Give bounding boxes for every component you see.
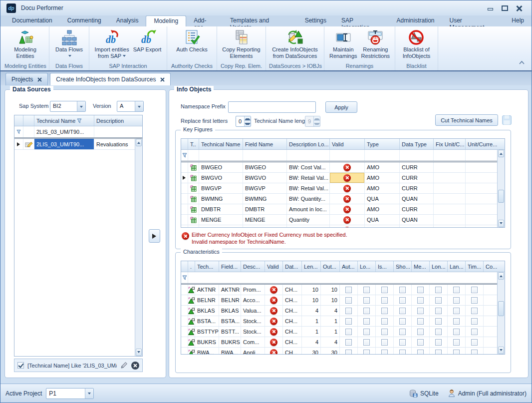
checkbox[interactable] bbox=[453, 308, 460, 314]
checkbox[interactable] bbox=[399, 339, 406, 346]
characteristic-row[interactable]: AKTNR AKTNR Prom... CH... 10 10 bbox=[181, 285, 505, 295]
checkbox[interactable] bbox=[435, 308, 442, 314]
close-button[interactable] bbox=[516, 5, 523, 11]
ribbon-tab-settings[interactable]: Settings bbox=[297, 15, 334, 26]
vertical-scrollbar[interactable] bbox=[135, 139, 142, 356]
key-figure-row[interactable]: MENGE MENGE Quantity QUA QUAN bbox=[181, 215, 505, 225]
key-figure-row[interactable]: BWGEO BWGEO BW: Cost Val... AMO CURR bbox=[181, 162, 505, 173]
column-header[interactable]: Dat... bbox=[283, 261, 302, 272]
filter-row[interactable] bbox=[181, 150, 505, 162]
column-header[interactable]: Tim... bbox=[466, 261, 484, 272]
checkbox[interactable] bbox=[453, 339, 460, 346]
chevron-down-icon[interactable] bbox=[85, 389, 93, 399]
blacklist-of-infoobjects-button[interactable]: Blacklist of InfoObjects bbox=[401, 28, 432, 62]
checkbox[interactable] bbox=[471, 287, 478, 293]
checkbox[interactable] bbox=[363, 339, 370, 346]
edit-filter-pencil-icon[interactable] bbox=[120, 362, 128, 369]
checkbox[interactable] bbox=[435, 339, 442, 346]
column-header[interactable]: Valid bbox=[330, 139, 365, 149]
characteristic-row[interactable]: BELNR BELNR Acco... CH... 10 10 bbox=[181, 295, 505, 306]
tab-close-icon[interactable] bbox=[37, 77, 42, 82]
ribbon-tab-analysis[interactable]: Analysis bbox=[109, 15, 146, 26]
filter-description[interactable] bbox=[94, 126, 136, 137]
checkbox[interactable] bbox=[381, 308, 388, 314]
checkbox[interactable] bbox=[399, 329, 406, 335]
checkbox[interactable] bbox=[363, 287, 370, 293]
modeling-entities-button[interactable]: Modeling Entities bbox=[12, 28, 38, 62]
vertical-scrollbar[interactable] bbox=[497, 272, 505, 354]
checkbox[interactable] bbox=[417, 329, 424, 335]
key-figure-row[interactable]: BWMNG BWMNG BW: Quantity... QUA QUAN bbox=[181, 194, 505, 204]
spin-down-icon[interactable] bbox=[245, 121, 251, 126]
column-header[interactable]: Co... bbox=[484, 261, 498, 272]
checkbox[interactable] bbox=[345, 318, 352, 325]
checkbox[interactable] bbox=[471, 308, 478, 314]
scroll-thumb[interactable] bbox=[498, 301, 504, 316]
clear-filter-icon[interactable] bbox=[131, 362, 139, 370]
checkbox[interactable] bbox=[345, 297, 352, 304]
key-figure-row-selected[interactable]: BWGVO BWGVO BW: Retail Val... AMO CURR bbox=[181, 173, 505, 183]
chevron-down-icon[interactable] bbox=[77, 101, 85, 111]
checkbox[interactable] bbox=[453, 329, 460, 335]
checkbox[interactable] bbox=[417, 318, 424, 325]
column-header[interactable]: Technical Name bbox=[199, 139, 243, 149]
checkbox[interactable] bbox=[399, 350, 406, 355]
chevron-down-icon[interactable] bbox=[135, 101, 143, 111]
scroll-down-button[interactable] bbox=[136, 349, 142, 356]
column-header-technical-name[interactable]: Technical Name bbox=[34, 115, 94, 126]
checkbox[interactable] bbox=[417, 308, 424, 314]
maximize-button[interactable] bbox=[502, 5, 508, 11]
checkbox[interactable] bbox=[435, 297, 442, 304]
checkbox[interactable] bbox=[471, 297, 478, 304]
filter-row[interactable]: 2LIS_03_UM/T90... bbox=[14, 126, 142, 139]
ribbon-tab-user-management[interactable]: User Management bbox=[442, 15, 505, 26]
key-figure-row[interactable]: DMBTR DMBTR Amount in loc... AMO CURR bbox=[181, 204, 505, 215]
column-header[interactable]: Description Lo... bbox=[287, 139, 330, 149]
move-right-button[interactable] bbox=[149, 229, 160, 243]
column-header-description[interactable]: Description bbox=[94, 115, 136, 126]
checkbox[interactable] bbox=[435, 287, 442, 293]
namespace-prefix-input[interactable] bbox=[228, 101, 316, 113]
checkbox[interactable] bbox=[345, 329, 352, 335]
column-header[interactable]: Fix Unit/C... bbox=[434, 139, 466, 149]
column-header[interactable]: Tech... bbox=[195, 261, 219, 272]
key-figure-row[interactable]: BWGVP BWGVP BW: Retail Val... AMO CURR bbox=[181, 183, 505, 194]
data-flows-button[interactable]: Data Flows bbox=[54, 28, 84, 62]
column-header[interactable]: Lan... bbox=[448, 261, 466, 272]
characteristic-row[interactable]: BKLAS BKLAS Valua... CH... 4 4 bbox=[181, 306, 505, 316]
checkbox[interactable] bbox=[399, 297, 406, 304]
filter-enabled-checkbox[interactable] bbox=[17, 362, 24, 369]
ribbon-tab-documentation[interactable]: Documentation bbox=[4, 15, 60, 26]
scroll-down-button[interactable] bbox=[498, 220, 504, 227]
auth-checks-button[interactable]: Auth Checks bbox=[175, 28, 209, 62]
minimize-button[interactable] bbox=[487, 5, 494, 11]
column-header[interactable]: Lon... bbox=[430, 261, 448, 272]
column-header[interactable]: Is... bbox=[376, 261, 394, 272]
scroll-thumb[interactable] bbox=[498, 190, 504, 203]
sap-system-select[interactable]: BI2 bbox=[50, 101, 86, 112]
replace-first-letters-spinner[interactable]: 0 bbox=[236, 116, 251, 127]
checkbox[interactable] bbox=[453, 297, 460, 304]
characteristic-row[interactable]: BSTTYP BSTT... Stock... CH... 1 1 bbox=[181, 327, 505, 337]
checkbox[interactable] bbox=[471, 318, 478, 325]
ribbon-collapse-chevron-icon[interactable] bbox=[519, 57, 525, 66]
column-header[interactable]: Desc... bbox=[241, 261, 265, 272]
checkbox[interactable] bbox=[381, 287, 388, 293]
column-header[interactable]: Me... bbox=[412, 261, 430, 272]
checkbox[interactable] bbox=[453, 350, 460, 355]
column-header[interactable]: Type bbox=[365, 139, 400, 149]
checkbox[interactable] bbox=[345, 287, 352, 293]
column-header[interactable]: Aut... bbox=[340, 261, 358, 272]
checkbox[interactable] bbox=[345, 350, 352, 355]
vertical-scrollbar[interactable] bbox=[497, 150, 505, 227]
checkbox[interactable] bbox=[435, 318, 442, 325]
renaming-restrictions-button[interactable]: Renaming Restrictions bbox=[360, 28, 391, 62]
ribbon-tab-templates-variants[interactable]: Templates and Variants bbox=[223, 15, 297, 26]
column-header[interactable]: Field Name bbox=[243, 139, 287, 149]
ribbon-tab-help[interactable]: Help bbox=[504, 15, 532, 26]
column-header[interactable]: Out... bbox=[321, 261, 340, 272]
checkbox[interactable] bbox=[381, 297, 388, 304]
column-header[interactable]: Data Type bbox=[400, 139, 434, 149]
column-header[interactable]: Valid bbox=[265, 261, 283, 272]
checkbox[interactable] bbox=[399, 308, 406, 314]
